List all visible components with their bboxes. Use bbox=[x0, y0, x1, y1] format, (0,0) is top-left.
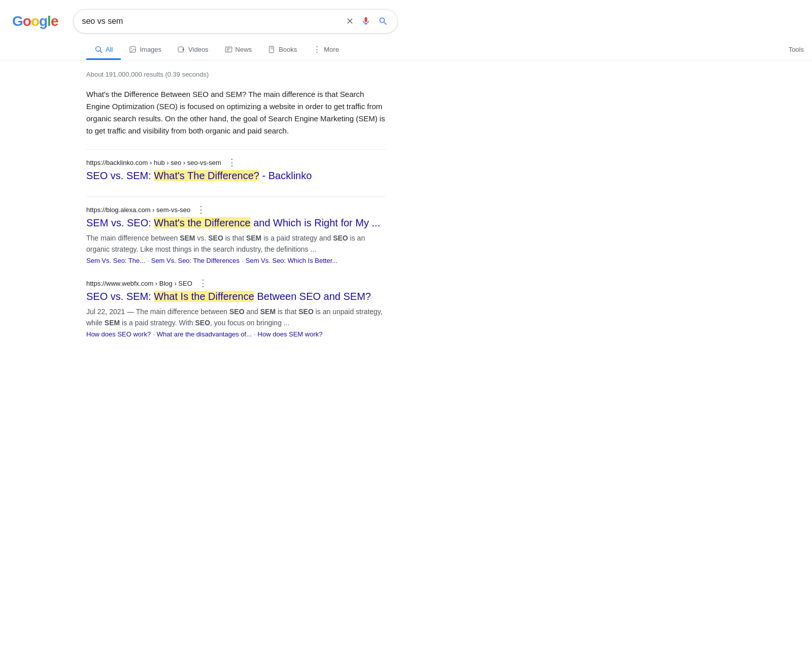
logo-letter-g: G bbox=[12, 13, 23, 29]
keyword-sem4: SEM bbox=[105, 319, 120, 327]
result-1-title-highlight: What's The Difference? bbox=[154, 170, 259, 181]
divider-1 bbox=[86, 149, 386, 150]
svg-marker-5 bbox=[183, 48, 185, 51]
header: Google ✕ bbox=[0, 0, 812, 33]
search-icon bbox=[378, 16, 388, 26]
search-bar-wrapper: ✕ bbox=[73, 9, 398, 33]
search-button[interactable] bbox=[377, 15, 389, 27]
result-2-title-highlight: What's the Difference bbox=[154, 217, 250, 228]
result-2-menu-button[interactable]: ⋮ bbox=[194, 205, 208, 214]
logo-letter-l: l bbox=[47, 13, 51, 29]
keyword-sem3: SEM bbox=[260, 308, 276, 316]
keyword-seo5: SEO bbox=[195, 319, 211, 327]
svg-line-1 bbox=[100, 51, 102, 53]
result-2-title[interactable]: SEM vs. SEO: What's the Difference and W… bbox=[86, 216, 386, 229]
sitelink-sep-2: · bbox=[242, 257, 244, 264]
result-3-title-highlight: What Is the Difference bbox=[154, 291, 254, 302]
keyword-sem2: SEM bbox=[246, 234, 261, 242]
tab-news-label: News bbox=[235, 46, 252, 53]
sitelink-sep-3: · bbox=[153, 330, 155, 338]
tab-all[interactable]: All bbox=[86, 40, 121, 60]
tab-more-label: More bbox=[324, 46, 339, 53]
result-1-url-row: https://backlinko.com › hub › seo › seo-… bbox=[86, 158, 386, 167]
tab-news[interactable]: News bbox=[217, 41, 260, 60]
result-1-url: https://backlinko.com › hub › seo › seo-… bbox=[86, 159, 221, 166]
result-2-sitelinks: Sem Vs. Seo: The... · Sem Vs. Seo: The D… bbox=[86, 257, 386, 264]
google-logo[interactable]: Google bbox=[12, 13, 58, 29]
more-icon: ⋮ bbox=[313, 45, 321, 54]
clear-button[interactable]: ✕ bbox=[345, 15, 355, 28]
result-3-url: https://www.webfx.com › Blog › SEO bbox=[86, 280, 192, 287]
voice-search-button[interactable] bbox=[360, 15, 372, 27]
sitelink-2-1[interactable]: Sem Vs. Seo: The... bbox=[86, 257, 145, 264]
keyword-seo1: SEO bbox=[208, 234, 223, 242]
result-3-sitelinks: How does SEO work? · What are the disadv… bbox=[86, 330, 386, 338]
tab-all-label: All bbox=[106, 46, 113, 53]
sitelink-3-3[interactable]: How does SEM work? bbox=[258, 330, 323, 338]
sitelink-sep-1: · bbox=[147, 257, 149, 264]
divider-2 bbox=[86, 196, 386, 197]
images-icon bbox=[129, 46, 137, 53]
search-result-2: https://blog.alexa.com › sem-vs-seo ⋮ SE… bbox=[86, 205, 386, 264]
result-1-title-before: SEO vs. SEM: bbox=[86, 170, 154, 181]
tools-button[interactable]: Tools bbox=[781, 41, 812, 60]
result-1-menu-button[interactable]: ⋮ bbox=[225, 158, 239, 167]
search-bar: ✕ bbox=[73, 9, 398, 33]
search-result-3: https://www.webfx.com › Blog › SEO ⋮ SEO… bbox=[86, 279, 386, 338]
main-content: About 191,000,000 results (0.39 seconds)… bbox=[0, 60, 386, 362]
tab-images[interactable]: Images bbox=[121, 41, 170, 60]
news-icon bbox=[225, 46, 232, 53]
featured-snippet: What's the Difference Between SEO and SE… bbox=[86, 88, 386, 137]
nav-tabs: All Images Videos News Books ⋮ More Tool… bbox=[0, 33, 812, 60]
tab-books[interactable]: Books bbox=[260, 41, 305, 60]
result-3-url-row: https://www.webfx.com › Blog › SEO ⋮ bbox=[86, 279, 386, 288]
search-input[interactable] bbox=[82, 17, 345, 26]
tab-images-label: Images bbox=[140, 46, 161, 53]
result-1-title[interactable]: SEO vs. SEM: What's The Difference? - Ba… bbox=[86, 169, 386, 182]
svg-rect-4 bbox=[178, 47, 183, 52]
result-2-title-after: and Which is Right for My ... bbox=[251, 217, 381, 228]
tab-more[interactable]: ⋮ More bbox=[305, 40, 347, 60]
close-icon: ✕ bbox=[346, 16, 354, 27]
keyword-seo2: SEO bbox=[333, 234, 348, 242]
result-3-title-after: Between SEO and SEM? bbox=[254, 291, 371, 302]
result-3-title-before: SEO vs. SEM: bbox=[86, 291, 154, 302]
keyword-sem1: SEM bbox=[180, 234, 195, 242]
sitelink-sep-4: · bbox=[254, 330, 256, 338]
result-2-url-row: https://blog.alexa.com › sem-vs-seo ⋮ bbox=[86, 205, 386, 214]
logo-letter-g2: g bbox=[39, 13, 47, 29]
logo-letter-e: e bbox=[51, 13, 58, 29]
sitelink-2-3[interactable]: Sem Vs. Seo: Which Is Better... bbox=[246, 257, 337, 264]
result-stats: About 191,000,000 results (0.39 seconds) bbox=[86, 71, 386, 78]
result-2-snippet: The main difference between SEM vs. SEO … bbox=[86, 232, 386, 255]
sitelink-3-2[interactable]: What are the disadvantages of... bbox=[157, 330, 252, 338]
result-3-menu-button[interactable]: ⋮ bbox=[196, 279, 210, 288]
search-icons: ✕ bbox=[345, 15, 389, 28]
svg-rect-10 bbox=[269, 46, 274, 53]
logo-letter-o1: o bbox=[23, 13, 31, 29]
videos-icon bbox=[178, 46, 185, 53]
keyword-seo4: SEO bbox=[298, 308, 314, 316]
result-1-title-after: - Backlinko bbox=[259, 170, 312, 181]
sitelink-2-2[interactable]: Sem Vs. Seo: The Differences bbox=[151, 257, 240, 264]
search-result-1: https://backlinko.com › hub › seo › seo-… bbox=[86, 158, 386, 182]
microphone-icon bbox=[361, 16, 371, 26]
result-3-title[interactable]: SEO vs. SEM: What Is the Difference Betw… bbox=[86, 290, 386, 303]
tab-books-label: Books bbox=[279, 46, 297, 53]
keyword-seo3: SEO bbox=[229, 308, 245, 316]
result-2-url: https://blog.alexa.com › sem-vs-seo bbox=[86, 206, 190, 214]
tab-videos[interactable]: Videos bbox=[170, 41, 217, 60]
result-3-snippet: Jul 22, 2021 — The main difference betwe… bbox=[86, 306, 386, 328]
svg-point-3 bbox=[131, 48, 132, 49]
logo-letter-o2: o bbox=[31, 13, 39, 29]
result-2-title-before: SEM vs. SEO: bbox=[86, 217, 154, 228]
sitelink-3-1[interactable]: How does SEO work? bbox=[86, 330, 151, 338]
tab-videos-label: Videos bbox=[188, 46, 209, 53]
books-icon bbox=[268, 46, 276, 53]
all-icon bbox=[94, 45, 103, 53]
